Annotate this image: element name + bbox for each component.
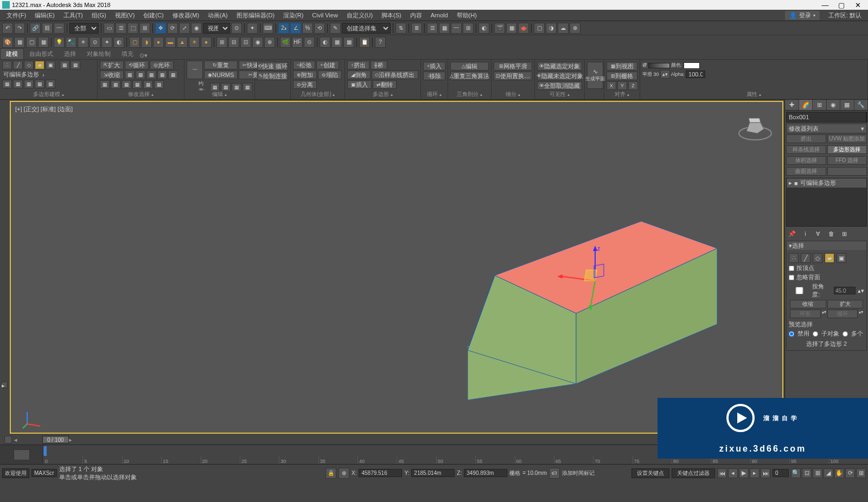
current-frame-input[interactable] xyxy=(773,469,789,477)
rb-repeat[interactable]: ↻ 重复 xyxy=(204,61,238,69)
rb-bridge[interactable]: ╫ 桥 xyxy=(371,61,387,69)
zoom-icon[interactable]: 🔍 xyxy=(791,468,801,478)
rb-regen[interactable]: ∿生成平面 xyxy=(587,62,603,89)
rb-ms8[interactable]: ▦ xyxy=(122,80,131,89)
menu-maxscript[interactable]: 脚本(S) xyxy=(377,11,406,20)
timeslider-play-icon[interactable] xyxy=(4,436,12,443)
select-place-button[interactable]: ◉ xyxy=(191,23,202,34)
time-ruler[interactable]: 0 5 10 15 20 25 30 35 40 45 50 55 60 65 … xyxy=(43,455,868,464)
rb-create[interactable]: + 创建 xyxy=(316,61,339,69)
menu-tools[interactable]: 工具(T) xyxy=(59,11,87,20)
render-production-button[interactable]: 🫖 xyxy=(518,23,529,34)
setkey-button[interactable]: 设置关键点 xyxy=(631,468,669,478)
tb2-4[interactable]: ▦ xyxy=(38,37,49,48)
tb2-prim4[interactable]: ▬ xyxy=(165,37,176,48)
object-color-swatch[interactable] xyxy=(866,112,867,123)
bind-spacewarp-button[interactable]: 〰 xyxy=(54,23,65,34)
addtime-label[interactable]: 添加时间标记 xyxy=(562,469,595,477)
workspace-dropdown[interactable]: 默认 xyxy=(850,12,861,18)
object-name-input[interactable] xyxy=(786,112,866,123)
btn-shrink[interactable]: 收缩 xyxy=(790,300,826,308)
rb-tri-edit[interactable]: △ 编辑 xyxy=(450,62,489,70)
tb2-light1[interactable]: 💡 xyxy=(54,37,65,48)
menu-file[interactable]: 文件(F) xyxy=(2,11,30,20)
curve-editor-button[interactable]: 〰 xyxy=(451,23,462,34)
mbtn-polysel[interactable]: 多边形选择 xyxy=(827,145,867,154)
stack-showend-icon[interactable]: ⅰ xyxy=(801,230,809,237)
ref-coord-dropdown[interactable]: 视图 xyxy=(203,23,230,34)
tb2-light2[interactable]: 🔦 xyxy=(66,37,76,48)
window-crossing-button[interactable]: ⊞ xyxy=(139,23,150,34)
panel-hdr-tri[interactable]: 三角剖分 xyxy=(448,91,491,98)
stack-item-editpoly[interactable]: ▸■可编辑多边形 xyxy=(787,178,866,188)
rb-extrude[interactable]: ↑ 挤出 xyxy=(347,61,369,69)
maxscript-button[interactable]: MAXScr xyxy=(31,469,57,477)
rendered-frame-button[interactable]: ▦ xyxy=(506,23,517,34)
rb-edge[interactable]: ╱ xyxy=(13,61,23,69)
menu-view[interactable]: 视图(V) xyxy=(111,11,139,20)
menu-civil-view[interactable]: Civil View xyxy=(308,12,342,18)
rb-ms7[interactable]: ▦ xyxy=(111,80,120,89)
ribbon-tab-modeling[interactable]: 建模 xyxy=(0,48,24,59)
rb-ms10[interactable]: ▦ xyxy=(143,80,153,89)
rb-ms2[interactable]: ▦ xyxy=(136,70,145,79)
panel-hdr-loop[interactable]: 循环 xyxy=(421,91,448,98)
fov-icon[interactable]: ◢ xyxy=(824,468,833,478)
panel-hdr-edit[interactable]: 编辑 xyxy=(184,91,254,98)
orbit-icon[interactable]: ⟳ xyxy=(845,468,855,478)
timetag-icon[interactable]: 🏷 xyxy=(549,468,560,479)
keyfilter-button[interactable]: 关键点过滤器 xyxy=(672,468,715,478)
rb-ms1[interactable]: ▦ xyxy=(125,70,135,79)
mbtn-facesel[interactable]: 曲面选择 xyxy=(786,167,826,176)
cmd-tab-modify[interactable]: 🌈 xyxy=(799,100,813,110)
viewport-perspective[interactable]: [+] [正交] [标准] [边面] z xyxy=(10,101,783,434)
pan-icon[interactable]: ✋ xyxy=(834,468,844,478)
mbtn-volsel[interactable]: 体积选择 xyxy=(786,156,826,165)
tb2-h3[interactable]: ⊙ xyxy=(304,37,315,48)
maximize-viewport-icon[interactable]: ⊞ xyxy=(856,468,866,478)
coord-z-input[interactable] xyxy=(464,469,507,477)
rb-usestack[interactable]: ⊡ 使用置换… xyxy=(494,72,532,80)
mbtn-extrude[interactable]: 挤出 xyxy=(786,134,826,143)
tb2-prim2[interactable]: ◗ xyxy=(141,37,152,48)
track-bar[interactable]: 0 5 10 15 20 25 30 35 40 45 50 55 60 65 … xyxy=(0,445,868,464)
angle-spinner[interactable]: ▴▾ xyxy=(858,287,864,294)
rb-relax[interactable]: ~ 松弛 xyxy=(293,61,315,69)
zoom-all-icon[interactable]: ⊡ xyxy=(802,468,812,478)
selection-filter-dropdown[interactable]: 全部 xyxy=(69,23,99,34)
menu-graph-editors[interactable]: 图形编辑器(D) xyxy=(232,11,279,20)
panel-hdr-vis[interactable]: 可见性 xyxy=(535,91,584,98)
zoom-extents-icon[interactable]: ⊞ xyxy=(813,468,822,478)
tb2-light6[interactable]: ◐ xyxy=(113,37,124,48)
render-activeshade-button[interactable]: ◑ xyxy=(546,23,557,34)
rb-insert[interactable]: ▣ 插入 xyxy=(347,80,372,89)
rb-expand[interactable]: ⇱ 扩大 xyxy=(100,61,124,69)
chk-byangle[interactable] xyxy=(789,287,810,294)
rb-flip[interactable]: ⇄ 翻转 xyxy=(373,80,397,89)
schematic-view-button[interactable]: ⊞ xyxy=(463,23,474,34)
tb2-i2[interactable]: ▦ xyxy=(331,37,342,48)
timeslider-right-arrow[interactable]: ▸ xyxy=(69,436,75,443)
rb-x[interactable]: X xyxy=(607,81,616,90)
goto-start-icon[interactable]: ⏮ xyxy=(717,468,727,478)
ribbon-tab-selection[interactable]: 选择 xyxy=(59,49,81,59)
angle-snap-button[interactable]: ∠ xyxy=(290,23,301,34)
so-edge[interactable]: ╱ xyxy=(801,253,810,263)
tb2-h2[interactable]: HF xyxy=(292,37,303,48)
mirror-button[interactable]: ⇅ xyxy=(395,23,406,34)
tb2-i3[interactable]: ▦ xyxy=(343,37,354,48)
use-center-button[interactable]: ⊙ xyxy=(231,23,242,34)
rb-tri-re[interactable]: △ 重复三角算法 xyxy=(450,72,489,80)
radio-subobj[interactable] xyxy=(813,331,818,337)
so-border[interactable]: ◇ xyxy=(813,253,822,263)
next-frame-icon[interactable]: ▸ xyxy=(750,468,760,478)
stack-config-icon[interactable]: ⊞ xyxy=(840,230,848,237)
stack-remove-icon[interactable]: 🗑 xyxy=(827,230,835,237)
panel-hdr-modsel[interactable]: 修改选择 xyxy=(98,91,184,98)
cmd-tab-utilities[interactable]: 🔧 xyxy=(854,100,869,110)
time-slider-thumb[interactable]: 0 / 100 xyxy=(42,436,69,443)
rb-ring[interactable]: ◎ 光环 xyxy=(150,61,174,69)
menu-edit[interactable]: 编辑(E) xyxy=(30,11,59,20)
abs-transform-icon[interactable]: ⊕ xyxy=(339,468,349,479)
rb-pm-a[interactable]: ▦ xyxy=(60,61,69,69)
